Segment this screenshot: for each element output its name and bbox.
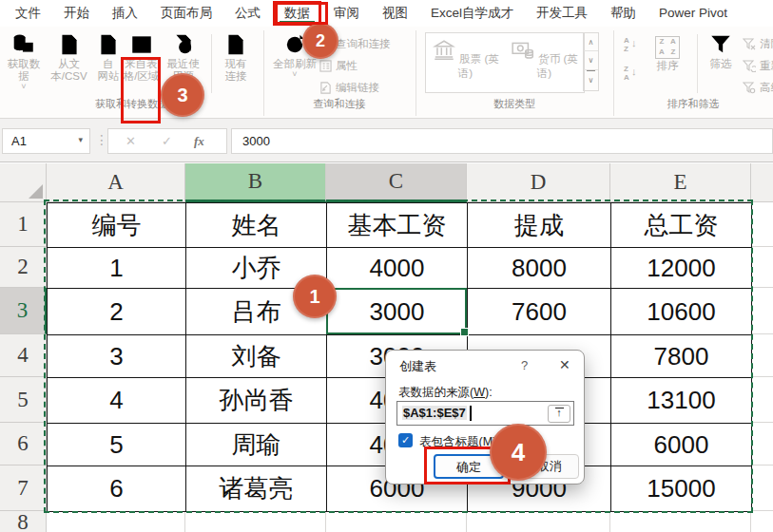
advanced-filter-button[interactable]: 高级 [743, 78, 773, 97]
table-cell[interactable]: 刘备 [186, 335, 327, 378]
table-cell[interactable]: 13100 [611, 378, 752, 424]
formula-input[interactable]: 3000 [231, 128, 773, 154]
formula-bar-resize-handle[interactable]: ⋮ [95, 132, 108, 147]
row-header-1[interactable]: 1 [0, 202, 47, 247]
table-row: 编号姓名基本工资提成总工资 [48, 203, 752, 248]
table-cell[interactable]: 总工资 [611, 203, 752, 248]
name-box[interactable]: A1 ▾ [2, 128, 90, 154]
table-cell[interactable]: 5 [48, 424, 186, 466]
table-cell[interactable]: 12000 [611, 248, 752, 289]
clear-filter-button[interactable]: 清除 [743, 34, 773, 53]
gallery-more-button[interactable]: ∨ [587, 70, 595, 90]
table-cell[interactable]: 基本工资 [327, 203, 468, 248]
row-header-3[interactable]: 3 [0, 288, 47, 334]
table-cell[interactable]: 姓名 [186, 203, 327, 248]
ribbon-divider [211, 34, 212, 93]
help-icon[interactable]: ? [521, 358, 528, 372]
table-cell[interactable]: 1 [48, 248, 186, 289]
gridline [751, 202, 773, 247]
collapse-dialog-button[interactable]: ↑ [548, 405, 570, 423]
table-cell[interactable]: 周瑜 [186, 424, 327, 466]
sort-ascending-button[interactable]: A Z ↓ [624, 36, 641, 55]
data-types-gallery: 股票 (英语) 货币 (英语) [425, 32, 585, 93]
currency-data-type[interactable]: 货币 (英语) [505, 33, 584, 92]
tab-Excel自学成才[interactable]: Excel自学成才 [419, 2, 525, 25]
properties-button[interactable]: 属性 [319, 56, 358, 75]
headers-checkbox[interactable]: ✓ [398, 433, 413, 447]
tab-开发工具[interactable]: 开发工具 [525, 2, 599, 25]
tab-视图[interactable]: 视图 [371, 2, 419, 25]
existing-connections-label: 现有 连接 [215, 58, 257, 83]
column-header-A[interactable]: A [47, 163, 185, 202]
table-cell[interactable]: 孙尚香 [186, 378, 327, 424]
gallery-down-button[interactable]: ∨ [584, 51, 598, 69]
sort-za-icon: Z A ↓ [624, 66, 641, 83]
column-header-D[interactable]: D [467, 163, 610, 202]
tab-数据[interactable]: 数据 [273, 1, 321, 26]
table-cell[interactable]: 编号 [48, 203, 186, 248]
tab-审阅[interactable]: 审阅 [322, 2, 371, 25]
table-cell[interactable]: 诸葛亮 [186, 466, 327, 512]
row-header-2[interactable]: 2 [0, 247, 47, 288]
tab-公式[interactable]: 公式 [223, 2, 272, 25]
collapse-arrow-icon: ↑ [549, 408, 570, 418]
text-file-icon [57, 32, 82, 57]
bank-icon [432, 38, 456, 63]
tab-页面布局[interactable]: 页面布局 [149, 2, 223, 25]
clear-filter-label: 清除 [760, 37, 773, 51]
tab-Power Pivot[interactable]: Power Pivot [647, 2, 739, 25]
table-cell[interactable]: 4000 [327, 248, 468, 289]
group-label-sort-filter: 排序和筛选 [613, 97, 773, 112]
gridline [47, 511, 185, 532]
row-header-7[interactable]: 7 [0, 466, 47, 511]
insert-function-icon[interactable]: fx [194, 134, 204, 149]
table-cell[interactable]: 6000 [611, 424, 752, 466]
tab-文件[interactable]: 文件 [4, 2, 52, 25]
table-cell[interactable]: 2 [48, 289, 186, 335]
table-cell[interactable]: 3 [48, 335, 186, 378]
gridline [751, 247, 773, 288]
tab-帮助[interactable]: 帮助 [599, 2, 647, 25]
tab-插入[interactable]: 插入 [101, 2, 149, 25]
confirm-entry-icon[interactable]: ✓ [162, 134, 172, 148]
column-header-B[interactable]: B [185, 163, 326, 202]
fill-handle[interactable] [460, 328, 469, 336]
cancel-entry-icon[interactable]: ✕ [126, 134, 136, 148]
table-icon [129, 32, 154, 57]
table-cell[interactable]: 10600 [611, 289, 752, 335]
table-cell[interactable]: 15000 [611, 466, 752, 512]
gallery-up-button[interactable]: ∧ [584, 33, 598, 51]
row-header-8[interactable]: 8 [0, 511, 47, 532]
active-cell-C3[interactable] [326, 288, 467, 334]
formula-buttons: ✕ ✓ fx [107, 128, 227, 154]
table-cell[interactable]: 8000 [468, 248, 611, 289]
row-header-5[interactable]: 5 [0, 377, 47, 423]
ribbon: 获取数 据 ˅ 从文 本/CSV 自 网站 来自表 格/区域 [0, 27, 773, 119]
table-range-input[interactable]: $A$1:$E$7 ↑ [396, 401, 574, 426]
table-cell[interactable]: 4 [48, 378, 186, 424]
select-all-corner[interactable] [0, 163, 47, 202]
row-header-6[interactable]: 6 [0, 423, 47, 466]
column-header-C[interactable]: C [326, 163, 467, 202]
reapply-filter-button[interactable]: 重新应用 [743, 56, 773, 75]
row-header-4[interactable]: 4 [0, 334, 47, 377]
column-header-E[interactable]: E [610, 163, 751, 202]
name-box-dropdown-icon[interactable]: ▾ [78, 135, 83, 144]
edit-links-button[interactable]: 编辑链接 [319, 78, 379, 97]
column-header-partial[interactable] [751, 163, 773, 202]
table-cell[interactable]: 7600 [468, 289, 611, 335]
table-cell[interactable]: 提成 [468, 203, 611, 248]
get-data-label: 获取数 据 [2, 58, 46, 83]
tab-开始[interactable]: 开始 [52, 2, 101, 25]
gridline [610, 511, 751, 532]
stocks-data-type[interactable]: 股票 (英语) [426, 33, 505, 92]
table-cell[interactable]: 7800 [611, 335, 752, 378]
sort-descending-button[interactable]: Z A ↓ [624, 65, 641, 84]
gridline [751, 377, 773, 423]
clear-filter-icon [743, 38, 756, 50]
close-icon[interactable]: ✕ [559, 357, 570, 372]
ribbon-tab-bar: 文件开始插入页面布局公式数据审阅视图Excel自学成才开发工具帮助Power P… [0, 0, 773, 27]
gridline [185, 511, 326, 532]
sort-dialog-icon: ZA AZ [655, 36, 680, 59]
table-cell[interactable]: 6 [48, 466, 186, 512]
